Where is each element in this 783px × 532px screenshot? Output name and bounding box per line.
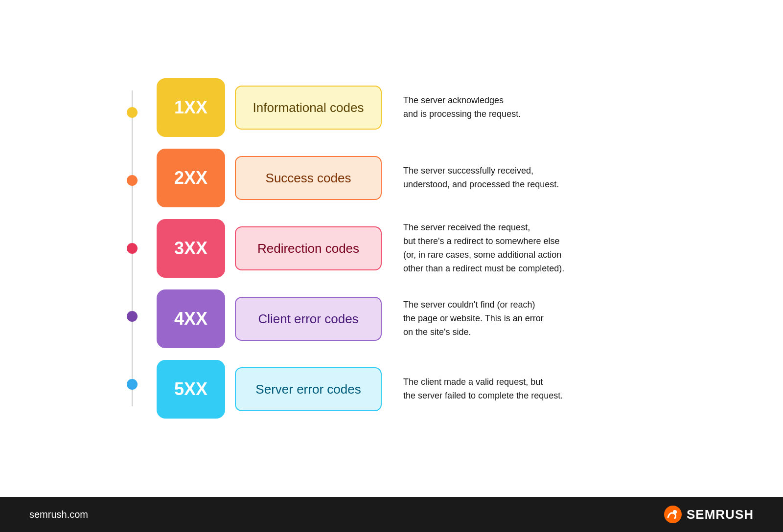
label-box-4xx: Client error codes xyxy=(235,297,382,341)
row-2xx: 2XXSuccess codesThe server successfully … xyxy=(157,149,661,207)
row-3xx: 3XXRedirection codesThe server received … xyxy=(157,219,661,278)
code-box-3xx: 3XX xyxy=(157,219,225,278)
label-box-1xx: Informational codes xyxy=(235,86,382,130)
description-3xx: The server received the request, but the… xyxy=(392,221,661,276)
diagram: 1XXInformational codesThe server acknowl… xyxy=(122,78,661,419)
dot-4xx xyxy=(127,311,138,322)
semrush-brand-text: SEMRUSH xyxy=(687,507,754,522)
description-4xx: The server couldn't find (or reach) the … xyxy=(392,298,661,339)
description-5xx: The client made a valid request, but the… xyxy=(392,376,661,403)
code-box-4xx: 4XX xyxy=(157,289,225,348)
label-box-3xx: Redirection codes xyxy=(235,226,382,270)
dot-5xx xyxy=(127,379,138,390)
code-box-5xx: 5XX xyxy=(157,360,225,419)
description-2xx: The server successfully received, unders… xyxy=(392,164,661,192)
label-box-2xx: Success codes xyxy=(235,156,382,200)
dot-wrapper-5xx xyxy=(127,351,138,419)
code-box-2xx: 2XX xyxy=(157,149,225,207)
svg-point-0 xyxy=(664,506,682,523)
dot-2xx xyxy=(127,175,138,186)
code-box-1xx: 1XX xyxy=(157,78,225,137)
dot-wrapper-1xx xyxy=(127,78,138,146)
footer: semrush.com SEMRUSH xyxy=(0,497,783,532)
row-1xx: 1XXInformational codesThe server acknowl… xyxy=(157,78,661,137)
main-content: 1XXInformational codesThe server acknowl… xyxy=(0,0,783,497)
timeline-dots xyxy=(122,78,142,419)
row-5xx: 5XXServer error codesThe client made a v… xyxy=(157,360,661,419)
semrush-icon xyxy=(663,505,683,524)
description-1xx: The server acknowledges and is processin… xyxy=(392,94,661,121)
row-4xx: 4XXClient error codesThe server couldn't… xyxy=(157,289,661,348)
label-box-5xx: Server error codes xyxy=(235,367,382,411)
timeline xyxy=(122,78,142,419)
dot-1xx xyxy=(127,107,138,118)
dot-wrapper-3xx xyxy=(127,214,138,282)
rows-container: 1XXInformational codesThe server acknowl… xyxy=(157,78,661,419)
svg-point-1 xyxy=(673,510,677,514)
dot-wrapper-2xx xyxy=(127,146,138,214)
dot-wrapper-4xx xyxy=(127,283,138,351)
footer-domain: semrush.com xyxy=(29,509,88,520)
dot-3xx xyxy=(127,243,138,254)
footer-brand: SEMRUSH xyxy=(663,505,754,524)
